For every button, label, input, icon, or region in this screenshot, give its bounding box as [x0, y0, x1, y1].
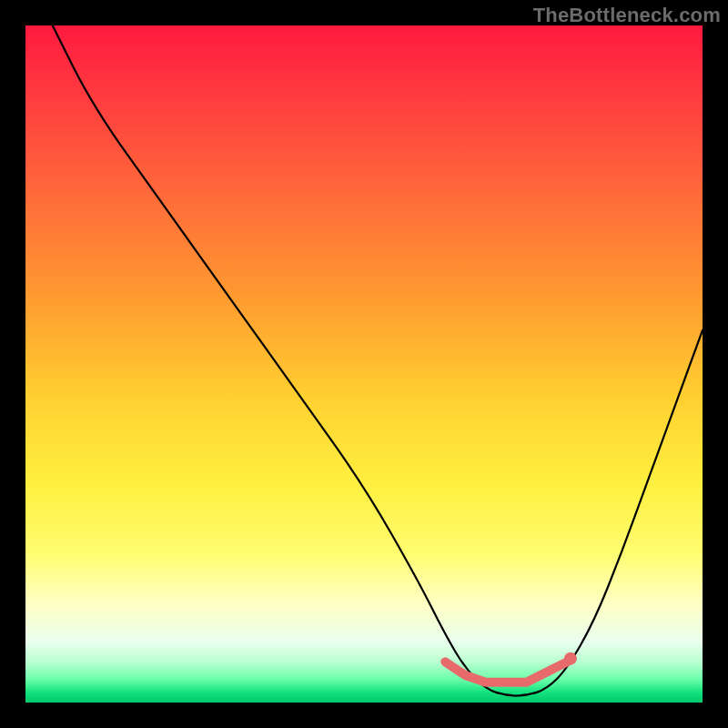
chart-frame: TheBottleneck.com [0, 0, 728, 728]
curve-svg [25, 25, 703, 703]
end-dot-icon [564, 652, 577, 665]
watermark-text: TheBottleneck.com [533, 4, 721, 27]
bottleneck-curve [53, 25, 703, 696]
plot-area [25, 25, 703, 703]
